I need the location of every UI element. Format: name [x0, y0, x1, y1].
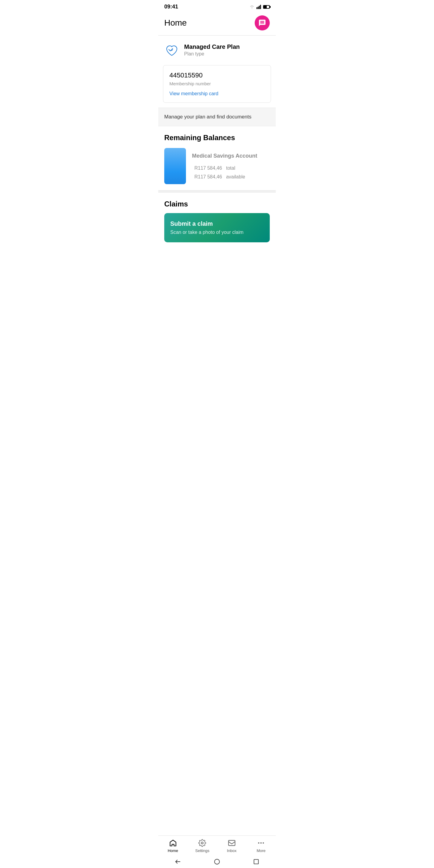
balance-available-amount: R117 584,46 [194, 174, 222, 179]
submit-claim-card[interactable]: Submit a claim Scan or take a photo of y… [164, 213, 270, 242]
svg-rect-2 [259, 6, 260, 9]
balance-info: Medical Savings Account R117 584,46 tota… [192, 152, 270, 180]
membership-number: 445015590 [169, 71, 265, 79]
chat-button[interactable] [255, 16, 270, 30]
svg-rect-0 [256, 7, 257, 9]
submit-claim-subtitle: Scan or take a photo of your claim [170, 230, 264, 235]
status-time: 09:41 [164, 4, 178, 10]
signal-icon [256, 5, 261, 9]
header: Home [158, 12, 276, 36]
claims-title: Claims [164, 200, 270, 208]
plan-info: Managed Care Plan Plan type [184, 43, 270, 57]
balance-total-amount: R117 584,46 [194, 165, 222, 170]
svg-rect-3 [260, 5, 261, 9]
balance-account-name: Medical Savings Account [192, 152, 270, 160]
balances-title: Remaining Balances [164, 133, 270, 142]
balance-available-label: available [226, 174, 245, 179]
membership-label: Membership number [169, 81, 265, 86]
balance-available: R117 584,46 available [192, 173, 270, 180]
membership-card: 445015590 Membership number View members… [163, 65, 271, 103]
plan-type-label: Plan type [184, 51, 270, 57]
balance-bar [164, 148, 186, 184]
plan-icon [164, 43, 179, 59]
status-bar: 09:41 [158, 0, 276, 12]
claims-section: Claims Submit a claim Scan or take a pho… [158, 193, 276, 248]
manage-section: Manage your plan and find documents [158, 107, 276, 126]
view-membership-card-link[interactable]: View membership card [169, 91, 218, 96]
status-icons [249, 5, 270, 9]
svg-rect-1 [258, 7, 258, 9]
plan-section: Managed Care Plan Plan type [158, 36, 276, 65]
page-title: Home [164, 18, 187, 28]
balance-total: R117 584,46 total [192, 164, 270, 171]
separator [158, 190, 276, 193]
balances-section: Remaining Balances Medical Savings Accou… [158, 126, 276, 190]
wifi-icon [249, 5, 255, 9]
submit-claim-title: Submit a claim [170, 220, 264, 227]
chat-icon [258, 19, 266, 27]
balance-item: Medical Savings Account R117 584,46 tota… [164, 148, 270, 184]
plan-name: Managed Care Plan [184, 43, 270, 51]
manage-text: Manage your plan and find documents [164, 114, 251, 120]
balance-total-label: total [226, 165, 235, 170]
battery-icon [263, 5, 270, 9]
